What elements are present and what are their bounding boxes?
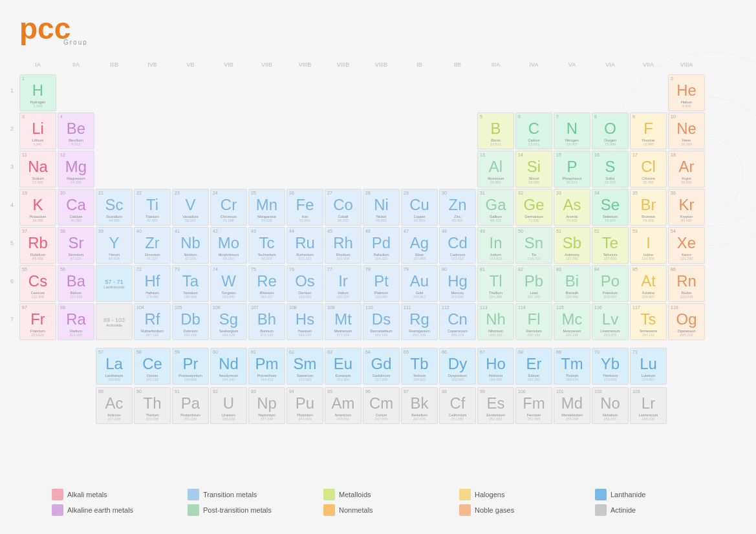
atomic-number: 43	[251, 229, 256, 233]
atomic-number: 65	[404, 350, 409, 354]
atomic-mass: 247.070	[375, 417, 388, 421]
legend-item: Halogens	[459, 489, 504, 500]
atomic-mass: 286.179	[451, 333, 464, 337]
atomic-number: 16	[594, 153, 599, 157]
element-symbol: Zr	[145, 234, 160, 252]
atomic-number: 19	[22, 191, 27, 195]
legend-label: Nonmetals	[339, 506, 373, 514]
atomic-number: 46	[365, 229, 371, 233]
atomic-number: 56	[60, 267, 65, 272]
atomic-number: 102	[594, 389, 602, 394]
element-cell: 77IrIridium192.220	[325, 265, 362, 302]
atomic-mass: 151.964	[337, 378, 350, 381]
atomic-number: 99	[480, 389, 485, 394]
atomic-mass: 83.800	[681, 219, 692, 222]
element-symbol: Th	[144, 394, 162, 412]
element-cell: 110DsDarmstadtium282.166	[363, 303, 400, 340]
element-symbol: Tb	[411, 355, 429, 373]
group-label: IB	[401, 61, 438, 68]
atomic-mass: 180.948	[184, 295, 197, 299]
element-symbol: No	[600, 394, 620, 412]
atomic-number: 70	[594, 350, 599, 354]
group-label: VB	[172, 61, 209, 68]
element-symbol: As	[563, 196, 581, 214]
element-cell: 96CmCurium247.070	[363, 387, 400, 424]
atomic-mass: 63.550	[414, 219, 425, 222]
atomic-number: 45	[327, 229, 332, 233]
element-cell: 93NpNeptunium237.048	[248, 387, 285, 424]
atomic-number: 2	[671, 76, 673, 81]
legend-label: Post-transition metals	[203, 506, 272, 514]
element-cell: 78PtPlatinum195.080	[363, 265, 400, 302]
element-symbol: Tm	[561, 355, 583, 373]
element-symbol: F	[643, 120, 653, 138]
element-cell: 111RgRoentgenium282.169	[401, 303, 438, 340]
element-cell: 85AtAstatine209.987	[630, 265, 667, 302]
atomic-mass: 35.450	[643, 180, 654, 184]
element-symbol: Al	[489, 158, 502, 176]
element-cell: 49InIndium114.818	[477, 227, 514, 264]
element-symbol: Ag	[410, 234, 429, 252]
atomic-number: 21	[98, 191, 103, 195]
element-cell: 56BaBarium137.330	[58, 265, 94, 302]
actinide-placeholder: 89 - 103Actinoids	[96, 303, 133, 340]
element-symbol: Mc	[562, 310, 583, 328]
element-symbol: Hs	[296, 310, 314, 328]
legend-label: Alkali metals	[67, 491, 107, 498]
element-symbol: Fm	[523, 394, 545, 412]
element-cell: 114FlFlerovium290.192	[515, 303, 552, 340]
atomic-mass: 208.980	[566, 295, 579, 299]
atomic-mass: 238.029	[222, 417, 235, 421]
element-symbol: Lr	[642, 394, 655, 412]
element-symbol: P	[567, 158, 578, 176]
atomic-mass: 293.205	[604, 333, 617, 337]
atomic-mass: 259.101	[604, 417, 617, 421]
group-label: VIIIB	[286, 61, 323, 68]
element-symbol: Ce	[142, 355, 162, 373]
element-symbol: Yb	[601, 355, 620, 373]
element-symbol: Fr	[30, 310, 45, 328]
atomic-number: 34	[594, 191, 599, 195]
element-cell: 13AlAluminium26.982	[477, 151, 514, 187]
atomic-number: 98	[442, 389, 447, 394]
element-symbol: Cl	[641, 158, 656, 176]
atomic-mass: 282.169	[413, 333, 426, 337]
element-symbol: N	[567, 120, 578, 138]
atomic-number: 5	[480, 114, 482, 119]
element-symbol: Au	[410, 272, 429, 290]
element-symbol: Zn	[449, 196, 467, 214]
atomic-number: 63	[327, 350, 332, 354]
atomic-number: 13	[480, 153, 485, 157]
element-cell: 71LuLutetium174.967	[630, 348, 667, 385]
element-cell: 70YbYtterbium173.050	[592, 348, 629, 385]
atomic-mass: 78.970	[605, 219, 616, 222]
element-symbol: Po	[601, 272, 620, 290]
element-cell: 50SnTin118.710	[515, 227, 552, 264]
element-symbol: Rg	[409, 310, 429, 328]
element-cell: 15PPhosphorus30.974	[554, 151, 590, 187]
element-symbol: Cr	[221, 196, 237, 214]
element-cell: 63EuEuropium151.964	[325, 348, 362, 385]
group-label: IIB	[439, 61, 476, 68]
atomic-mass: 277.154	[337, 333, 350, 337]
element-symbol: Pa	[181, 394, 200, 412]
element-symbol: Pd	[372, 234, 391, 252]
element-symbol: Xe	[677, 234, 696, 252]
atomic-number: 35	[632, 191, 638, 195]
element-cell: 73TaTantalum180.948	[172, 265, 209, 302]
atomic-number: 80	[442, 267, 447, 272]
element-symbol: Sr	[69, 234, 84, 252]
atomic-number: 40	[136, 229, 142, 233]
element-symbol: H	[32, 81, 43, 100]
legend-color-box	[595, 489, 607, 500]
element-cell: 17ClChlorine35.450	[630, 151, 667, 187]
element-symbol: U	[223, 394, 234, 412]
atomic-number: 57	[98, 350, 103, 354]
element-symbol: La	[105, 355, 123, 373]
atomic-number: 116	[594, 305, 602, 310]
element-symbol: Pt	[374, 272, 389, 290]
element-symbol: At	[641, 272, 656, 290]
legend-label: Transition metals	[203, 491, 257, 498]
atomic-mass: 290.192	[528, 333, 541, 337]
element-cell: 89AcActinium227.028	[96, 387, 133, 424]
